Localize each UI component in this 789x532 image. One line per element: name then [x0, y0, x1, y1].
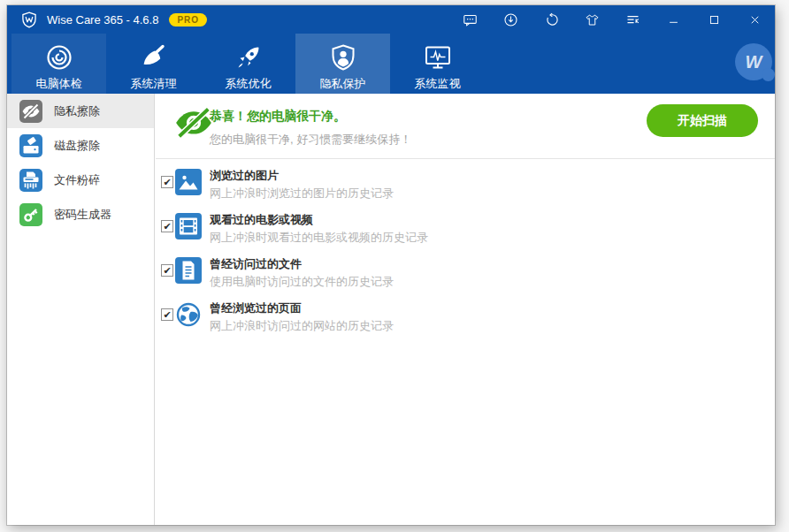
list-item-accessed-files: ✔ 曾经访问过的文件 使用电脑时访问过的文件的历史记录 [156, 247, 775, 292]
shield-user-icon [329, 43, 357, 72]
broom-icon [140, 43, 168, 72]
feedback-icon[interactable] [449, 5, 490, 34]
status-header: 恭喜！您的电脑很干净。 您的电脑很干净, 好习惯需要继续保持！ 开始扫描 [156, 94, 775, 159]
account-avatar[interactable]: W [735, 43, 772, 80]
rocket-icon [234, 43, 263, 72]
checkbox-browsed-pictures[interactable]: ✔ [161, 176, 173, 188]
minimize-button[interactable] [653, 5, 693, 34]
film-icon [175, 213, 202, 239]
tab-label: 系统监视 [415, 76, 461, 92]
eye-slash-icon [19, 100, 42, 123]
item-description: 网上冲浪时访问过的网站的历史记录 [210, 318, 394, 334]
app-window: Wise Care 365 - 4.6.8 PRO [7, 5, 775, 525]
sidebar-item-label: 密码生成器 [54, 207, 111, 223]
tab-system-monitor[interactable]: 系统监视 [390, 34, 485, 94]
globe-icon [175, 301, 202, 328]
picture-icon [175, 169, 202, 195]
menu-icon[interactable] [612, 5, 653, 34]
item-title: 曾经浏览过的页面 [210, 300, 302, 316]
item-description: 网上冲浪时浏览过的图片的历史记录 [210, 186, 394, 201]
titlebar-buttons [449, 5, 775, 34]
checkbox-watched-videos[interactable]: ✔ [161, 220, 173, 232]
tab-label: 系统清理 [131, 76, 177, 92]
sidebar-item-label: 磁盘擦除 [54, 138, 100, 154]
sidebar-item-disk-eraser[interactable]: 磁盘擦除 [7, 128, 154, 163]
tab-label: 系统优化 [226, 76, 272, 92]
sidebar-item-file-shredder[interactable]: 文件粉碎 [7, 163, 154, 197]
sidebar: 隐私擦除 磁盘擦除 文件粉碎 密码生成器 [7, 94, 155, 525]
app-body: 隐私擦除 磁盘擦除 文件粉碎 密码生成器 [7, 94, 775, 525]
list-item-watched-videos: ✔ 观看过的电影或视频 网上冲浪时观看过的电影或视频的历史记录 [156, 203, 775, 247]
app-logo-shield-icon [20, 11, 38, 28]
maximize-button[interactable] [693, 5, 734, 34]
sidebar-item-privacy-eraser[interactable]: 隐私擦除 [7, 94, 154, 128]
nav-tabs: 电脑体检 系统清理 系统优化 隐私保护 [11, 34, 485, 94]
tab-label: 隐私保护 [320, 76, 366, 92]
sidebar-item-label: 隐私擦除 [54, 103, 100, 119]
monitor-icon [424, 43, 452, 72]
checkup-radar-icon [45, 43, 73, 72]
checkbox-accessed-files[interactable]: ✔ [161, 264, 173, 277]
document-icon [175, 257, 202, 284]
pro-badge: PRO [169, 13, 207, 27]
titlebar: Wise Care 365 - 4.6.8 PRO [7, 5, 775, 34]
sidebar-item-password-generator[interactable]: 密码生成器 [7, 197, 154, 232]
item-title: 观看过的电影或视频 [210, 212, 313, 228]
item-description: 网上冲浪时观看过的电影或视频的历史记录 [210, 230, 428, 246]
checkbox-browsed-pages[interactable]: ✔ [161, 308, 173, 321]
list-item-browsed-pages: ✔ 曾经浏览过的页面 网上冲浪时访问过的网站的历史记录 [156, 292, 775, 336]
privacy-item-list: ✔ 浏览过的图片 网上冲浪时浏览过的图片的历史记录 ✔ 观看过的电影或视频 网上… [156, 159, 775, 336]
refresh-icon[interactable] [531, 5, 571, 34]
main-nav: 电脑体检 系统清理 系统优化 隐私保护 [7, 34, 775, 94]
main-panel: 恭喜！您的电脑很干净。 您的电脑很干净, 好习惯需要继续保持！ 开始扫描 ✔ 浏… [156, 94, 775, 525]
start-scan-button[interactable]: 开始扫描 [647, 104, 758, 137]
tab-pc-checkup[interactable]: 电脑体检 [11, 34, 106, 94]
item-title: 浏览过的图片 [210, 168, 279, 184]
item-description: 使用电脑时访问过的文件的历史记录 [210, 274, 394, 290]
status-subtitle: 您的电脑很干净, 好习惯需要继续保持！ [210, 132, 411, 148]
disk-eraser-icon [19, 134, 42, 157]
tab-privacy-protector[interactable]: 隐私保护 [295, 34, 390, 94]
theme-tshirt-icon[interactable] [571, 5, 612, 34]
status-title: 恭喜！您的电脑很干净。 [210, 109, 346, 125]
tab-system-cleaner[interactable]: 系统清理 [106, 34, 201, 94]
shredder-icon [19, 169, 42, 192]
window-title: Wise Care 365 - 4.6.8 [47, 13, 158, 27]
item-title: 曾经访问过的文件 [210, 256, 302, 272]
key-icon [19, 203, 42, 226]
tab-system-tuneup[interactable]: 系统优化 [201, 34, 295, 94]
close-button[interactable] [734, 5, 775, 34]
eye-slash-green-icon [173, 105, 214, 139]
update-download-icon[interactable] [490, 5, 531, 34]
tab-label: 电脑体检 [36, 76, 82, 92]
sidebar-item-label: 文件粉碎 [54, 172, 100, 188]
list-item-browsed-pictures: ✔ 浏览过的图片 网上冲浪时浏览过的图片的历史记录 [156, 159, 775, 203]
